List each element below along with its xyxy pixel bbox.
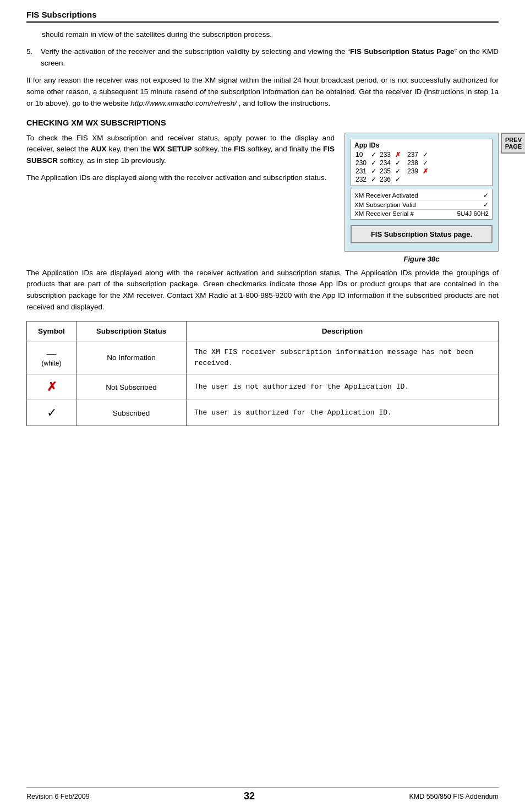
app-ids-table: App IDs 10 ✓ 233 ✗ 237 ✓ 230 ✓ — [351, 139, 493, 186]
app-ids-header: App IDs — [354, 141, 489, 149]
page: FIS Subscriptions should remain in view … — [0, 0, 525, 812]
paragraph-1: If for any reason the receiver was not e… — [26, 75, 499, 110]
app-id-230: 230 — [354, 159, 370, 167]
app-id-empty-status — [422, 176, 430, 183]
item-5-text: Verify the activation of the receiver an… — [41, 46, 499, 69]
app-id-235-status: ✓ — [394, 167, 406, 175]
table-row: ✗ Not Subscribed The user is not authori… — [27, 374, 499, 400]
table-row: ✓ Subscribed The user is authorized for … — [27, 400, 499, 426]
numbered-item-5: 5. Verify the activation of the receiver… — [26, 46, 499, 69]
status-row-activated-label: XM Receiver Activated — [354, 192, 450, 199]
figure-box: App IDs 10 ✓ 233 ✗ 237 ✓ 230 ✓ — [344, 133, 499, 252]
app-id-234: 234 — [379, 159, 394, 167]
app-id-238: 238 — [406, 159, 422, 167]
app-id-233-status: ✗ — [394, 151, 406, 159]
col-header-status: Subscription Status — [76, 321, 187, 341]
app-id-236-status: ✓ — [394, 176, 406, 183]
checking-left-text: To check the FIS XM subscription and rec… — [26, 133, 335, 263]
status-row-serial-value: 5U4J 60H2 — [450, 210, 489, 217]
status-rows: XM Receiver Activated ✓ XM Subscription … — [351, 189, 493, 220]
symbol-check: ✓ — [27, 400, 76, 426]
table-row: — (white) No Information The XM FIS rece… — [27, 341, 499, 374]
app-id-10: 10 — [354, 151, 370, 159]
indent-paragraph: should remain in view of the satellites … — [42, 29, 499, 41]
app-id-10-status: ✓ — [370, 151, 379, 159]
app-id-230-status: ✓ — [370, 159, 379, 167]
status-row-serial-label: XM Receiver Serial # — [354, 210, 450, 217]
symbol-dash: — (white) — [27, 341, 76, 374]
status-row-valid-value: ✓ — [450, 201, 489, 209]
symbol-cross: ✗ — [27, 374, 76, 400]
footer-document-name: KMD 550/850 FIS Addendum — [409, 793, 499, 800]
table-header-row: Symbol Subscription Status Description — [27, 321, 499, 341]
status-not-subscribed: Not Subscribed — [76, 374, 187, 400]
checking-section: To check the FIS XM subscription and rec… — [26, 133, 499, 263]
status-no-information: No Information — [76, 341, 187, 374]
status-row-activated: XM Receiver Activated ✓ — [354, 191, 489, 200]
app-id-233: 233 — [379, 151, 394, 159]
app-id-237-status: ✓ — [422, 151, 430, 159]
footer-page-number: 32 — [244, 791, 255, 802]
col-header-description: Description — [187, 321, 499, 341]
app-id-239: 239 — [406, 167, 422, 175]
checking-figure: App IDs 10 ✓ 233 ✗ 237 ✓ 230 ✓ — [344, 133, 499, 263]
app-id-232-status: ✓ — [370, 176, 379, 183]
status-row-serial: XM Receiver Serial # 5U4J 60H2 — [354, 210, 489, 217]
fis-subscription-status-button[interactable]: FIS Subscription Status page. — [351, 225, 493, 243]
item-5-num: 5. — [26, 46, 36, 69]
app-id-empty — [406, 176, 422, 183]
app-id-236: 236 — [379, 176, 394, 183]
app-id-232: 232 — [354, 176, 370, 183]
status-row-activated-value: ✓ — [450, 192, 489, 199]
figure-caption: Figure 38c — [403, 255, 439, 263]
section-heading: CHECKING XM WX SUBSCRIPTIONS — [26, 118, 499, 127]
description-paragraph: The Application IDs are displayed along … — [26, 268, 499, 314]
page-footer: Revision 6 Feb/2009 32 KMD 550/850 FIS A… — [26, 787, 499, 802]
app-id-234-status: ✓ — [394, 159, 406, 167]
status-row-valid-label: XM Subscription Valid — [354, 201, 450, 208]
app-id-231-status: ✓ — [370, 167, 379, 175]
page-header: FIS Subscriptions — [26, 10, 499, 23]
app-id-239-status: ✗ — [422, 167, 430, 175]
app-id-238-status: ✓ — [422, 159, 430, 167]
col-header-symbol: Symbol — [27, 321, 76, 341]
status-subscribed: Subscribed — [76, 400, 187, 426]
status-row-valid: XM Subscription Valid ✓ — [354, 200, 489, 210]
app-id-235: 235 — [379, 167, 394, 175]
prev-page-button[interactable]: PREVPAGE — [501, 133, 525, 154]
page-title: FIS Subscriptions — [26, 10, 97, 19]
desc-no-information: The XM FIS receiver subscription informa… — [187, 341, 499, 374]
desc-subscribed: The user is authorized for the Applicati… — [187, 400, 499, 426]
subscription-table: Symbol Subscription Status Description —… — [26, 321, 499, 426]
desc-not-subscribed: The user is not authorized for the Appli… — [187, 374, 499, 400]
app-ids-rows: 10 ✓ 233 ✗ 237 ✓ 230 ✓ 234 ✓ 238 — [354, 151, 489, 183]
footer-revision: Revision 6 Feb/2009 — [26, 793, 90, 800]
figure-wrapper: App IDs 10 ✓ 233 ✗ 237 ✓ 230 ✓ — [344, 133, 499, 252]
app-id-237: 237 — [406, 151, 422, 159]
app-id-231: 231 — [354, 167, 370, 175]
